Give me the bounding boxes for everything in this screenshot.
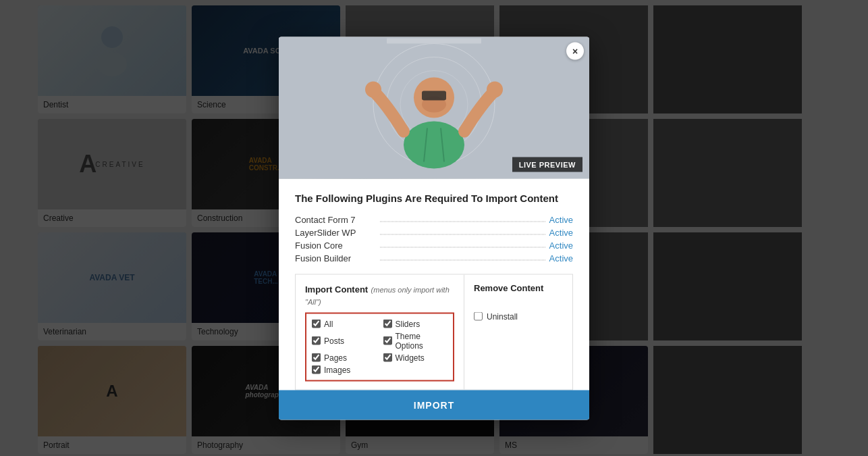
remove-content-panel: Remove Content Uninstall <box>464 274 572 389</box>
import-remove-section: Import Content (menus only import with "… <box>295 274 573 390</box>
plugin-status-fusion-builder: Active <box>549 253 573 263</box>
checkbox-posts[interactable]: Posts <box>312 331 377 350</box>
plugin-dots-layerslider <box>380 234 545 234</box>
plugin-name-fusion-core: Fusion Core <box>295 240 376 250</box>
checkbox-theme-options-input[interactable] <box>383 336 392 345</box>
checkbox-posts-input[interactable] <box>312 336 321 345</box>
checkbox-sliders-input[interactable] <box>383 320 392 328</box>
plugin-name-fusion-builder: Fusion Builder <box>295 253 376 263</box>
checkbox-all[interactable]: All <box>312 319 377 328</box>
import-content-title: Import Content <box>305 284 368 294</box>
checkbox-widgets-input[interactable] <box>383 353 392 362</box>
checkbox-pages-input[interactable] <box>312 353 321 362</box>
plugin-row-fusion-builder: Fusion Builder Active <box>295 253 573 263</box>
checkbox-pages-label: Pages <box>324 353 347 362</box>
plugin-status-layerslider: Active <box>549 227 573 237</box>
remove-content-title: Remove Content <box>474 282 563 293</box>
svg-point-7 <box>404 121 464 168</box>
modal-hero: LIVE PREVIEW <box>279 36 589 178</box>
checkbox-sliders[interactable]: Sliders <box>383 319 448 328</box>
plugin-dots-fusion-builder <box>380 259 545 260</box>
uninstall-label[interactable]: Uninstall <box>474 311 563 321</box>
checkbox-sliders-label: Sliders <box>396 319 421 328</box>
checkbox-pages[interactable]: Pages <box>312 353 377 362</box>
close-icon: × <box>572 45 578 56</box>
checkbox-all-input[interactable] <box>312 320 321 328</box>
import-modal: LIVE PREVIEW × The Following Plugins Are… <box>279 36 589 420</box>
checkbox-theme-options[interactable]: Theme Options <box>383 331 448 350</box>
close-modal-button[interactable]: × <box>566 42 584 59</box>
plugin-dots-fusion-core <box>380 247 545 247</box>
import-button[interactable]: IMPORT <box>279 390 589 420</box>
plugin-dots-cf7 <box>380 221 545 222</box>
plugin-name-cf7: Contact Form 7 <box>295 214 376 224</box>
plugin-name-layerslider: LayerSlider WP <box>295 227 376 237</box>
uninstall-text: Uninstall <box>487 311 518 321</box>
checkbox-images-input[interactable] <box>312 365 321 374</box>
plugin-status-cf7: Active <box>549 214 573 224</box>
import-content-panel: Import Content (menus only import with "… <box>296 274 464 389</box>
plugin-row-cf7: Contact Form 7 Active <box>295 214 573 224</box>
svg-rect-6 <box>387 38 481 43</box>
live-preview-badge: LIVE PREVIEW <box>512 157 582 172</box>
svg-rect-12 <box>422 91 446 100</box>
checkbox-posts-label: Posts <box>324 336 344 345</box>
plugin-row-fusion-core: Fusion Core Active <box>295 240 573 250</box>
checkbox-widgets[interactable]: Widgets <box>383 353 448 362</box>
modal-body: The Following Plugins Are Required To Im… <box>279 178 589 390</box>
checkbox-images-label: Images <box>324 365 350 374</box>
checkbox-theme-options-label: Theme Options <box>396 331 448 350</box>
modal-title: The Following Plugins Are Required To Im… <box>295 192 573 203</box>
svg-point-9 <box>365 81 381 97</box>
checkbox-images[interactable]: Images <box>312 365 377 374</box>
plugin-status-fusion-core: Active <box>549 240 573 250</box>
svg-point-10 <box>487 81 503 97</box>
uninstall-checkbox[interactable] <box>474 312 483 321</box>
import-checkboxes-grid: All Sliders Posts Theme Options <box>305 312 454 381</box>
import-content-header: Import Content (menus only import with "… <box>305 282 454 307</box>
plugin-list: Contact Form 7 Active LayerSlider WP Act… <box>295 214 573 263</box>
checkbox-all-label: All <box>324 319 333 328</box>
checkbox-widgets-label: Widgets <box>396 353 425 362</box>
plugin-row-layerslider: LayerSlider WP Active <box>295 227 573 237</box>
